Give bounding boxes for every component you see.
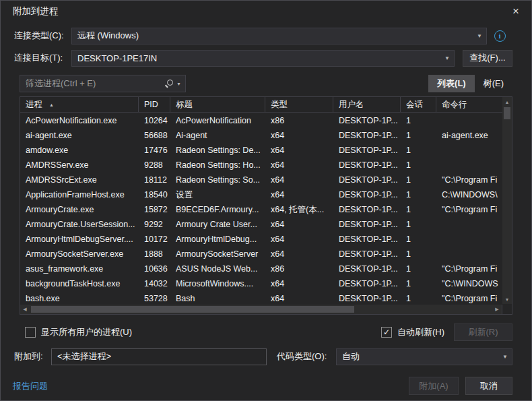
table-row[interactable]: AcPowerNotification.exe10264AcPowerNotif… <box>20 113 502 128</box>
column-header-cmdline[interactable]: 命令行 <box>436 97 502 112</box>
cell-cmd: "C:\Program Fi <box>436 175 502 185</box>
cell-user: DESKTOP-1P... <box>333 294 401 303</box>
cell-cmd: "C:\Program Fi <box>436 264 502 274</box>
cell-type: x64 <box>265 249 333 259</box>
cell-cmd: "C:\WINDOWS <box>436 279 502 288</box>
horizontal-scroll-thumb[interactable] <box>31 306 354 313</box>
cell-user: DESKTOP-1P... <box>333 146 401 155</box>
column-header-type[interactable]: 类型 <box>265 97 333 112</box>
filter-process-input[interactable]: 筛选进程(Ctrl + E) ▼ <box>20 75 186 92</box>
cell-user: DESKTOP-1P... <box>333 175 401 185</box>
table-row[interactable]: ArmouryCrate.exe15872B9ECED6F.Armoury...… <box>20 202 502 217</box>
auto-refresh-label[interactable]: 自动刷新(H) <box>397 326 444 338</box>
code-type-dropdown[interactable]: 自动 ▼ <box>336 348 512 365</box>
cell-user: DESKTOP-1P... <box>333 131 401 140</box>
auto-refresh-checkbox[interactable]: ✓ <box>381 327 392 338</box>
cell-process: ai-agent.exe <box>20 131 139 140</box>
connection-type-label: 连接类型(C): <box>14 30 71 42</box>
table-row[interactable]: amdow.exe17476Radeon Settings: De...x64D… <box>20 143 502 158</box>
attach-to-field[interactable]: <未选择进程> <box>51 348 267 365</box>
attach-to-value: <未选择进程> <box>57 350 111 363</box>
attach-to-label: 附加到: <box>14 350 51 363</box>
view-list-button[interactable]: 列表(L) <box>428 75 475 92</box>
report-problem-link[interactable]: 报告问题 <box>13 380 48 392</box>
table-row[interactable]: ArmouryCrate.UserSession...9292Armoury C… <box>20 217 502 232</box>
cell-pid: 10264 <box>139 116 170 125</box>
cell-session: 1 <box>401 190 436 199</box>
cell-process: ArmouryCrate.UserSession... <box>20 220 139 229</box>
process-table: 进程 ▲ PID 标题 类型 用户名 会话 命令行 AcPowerNotific… <box>20 96 512 315</box>
view-tree-button[interactable]: 树(E) <box>475 75 512 92</box>
cell-title: Radeon Settings: So... <box>170 175 265 185</box>
table-row[interactable]: ArmouryHtmlDebugServer....10172ArmouryHt… <box>20 232 502 247</box>
connection-type-dropdown[interactable]: 远程 (Windows) ▼ <box>71 28 487 44</box>
cell-title: MicrosoftWindows.... <box>170 279 265 288</box>
column-header-pid[interactable]: PID <box>139 97 170 112</box>
show-all-users-checkbox[interactable]: ✓ <box>25 327 36 338</box>
cell-type: x64 <box>265 131 333 140</box>
table-row[interactable]: bash.exe53728Bashx64DESKTOP-1P...1"C:\Pr… <box>20 291 502 304</box>
cell-cmd: ai-agent.exe <box>436 131 502 140</box>
cell-title: Bash <box>170 294 265 303</box>
find-button[interactable]: 查找(F)... <box>463 50 512 67</box>
cell-type: x64 <box>265 220 333 229</box>
scroll-right-icon[interactable]: ▶ <box>492 305 502 314</box>
dialog-footer: 报告问题 附加(A) 取消 <box>13 377 512 395</box>
vertical-scroll-thumb[interactable] <box>504 107 510 119</box>
cell-title: ArmouryHtmlDebug... <box>170 235 265 244</box>
cell-title: B9ECED6F.Armoury... <box>170 205 265 214</box>
scroll-down-icon[interactable]: ▼ <box>502 295 512 304</box>
cell-type: x86 <box>265 264 333 274</box>
show-all-users-label[interactable]: 显示所有用户的进程(U) <box>41 326 132 338</box>
filter-placeholder: 筛选进程(Ctrl + E) <box>26 78 164 90</box>
table-row[interactable]: AMDRSSrcExt.exe18112Radeon Settings: So.… <box>20 173 502 187</box>
column-header-session[interactable]: 会话 <box>401 97 436 112</box>
info-icon-wrap: i <box>487 30 512 42</box>
table-row[interactable]: AMDRSServ.exe9288Radeon Settings: Ho...x… <box>20 158 502 173</box>
vertical-scrollbar[interactable]: ▲ ▼ <box>502 97 512 304</box>
cell-process: AMDRSServ.exe <box>20 160 139 170</box>
table-row[interactable]: backgroundTaskHost.exe14032MicrosoftWind… <box>20 276 502 291</box>
cell-session: 1 <box>401 279 436 288</box>
cell-title: Armoury Crate User... <box>170 220 265 229</box>
table-row[interactable]: ApplicationFrameHost.exe18540设置x64DESKTO… <box>20 187 502 202</box>
code-type-label: 代码类型(O): <box>277 350 336 363</box>
scroll-up-icon[interactable]: ▲ <box>502 97 512 106</box>
scroll-left-icon[interactable]: ◀ <box>20 305 30 314</box>
table-row[interactable]: ai-agent.exe56688Ai-agentx64DESKTOP-1P..… <box>20 128 502 143</box>
cell-user: DESKTOP-1P... <box>333 220 401 229</box>
chevron-down-icon: ▼ <box>502 354 508 360</box>
cell-user: DESKTOP-1P... <box>333 249 401 259</box>
table-header: 进程 ▲ PID 标题 类型 用户名 会话 命令行 <box>20 97 512 113</box>
column-header-title[interactable]: 标题 <box>170 97 265 112</box>
cell-cmd: C:\WINDOWS\ <box>436 190 502 199</box>
cell-type: x64, 托管(本... <box>265 204 333 216</box>
cell-session: 1 <box>401 264 436 274</box>
close-icon[interactable]: × <box>507 3 525 20</box>
attach-button[interactable]: 附加(A) <box>409 377 459 395</box>
cell-pid: 53728 <box>139 294 170 303</box>
cell-type: x64 <box>265 175 333 185</box>
table-row[interactable]: ArmourySocketServer.exe1888ArmourySocket… <box>20 247 502 261</box>
cell-type: x64 <box>265 160 333 170</box>
attach-to-process-dialog: 附加到进程 × 连接类型(C): 远程 (Windows) ▼ i 连接目标(T… <box>0 0 532 401</box>
table-row[interactable]: asus_framework.exe10636ASUS NodeJS Web..… <box>20 261 502 276</box>
horizontal-scrollbar[interactable]: ◀ ▶ <box>20 305 502 314</box>
cell-type: x64 <box>265 190 333 199</box>
column-header-user[interactable]: 用户名 <box>333 97 401 112</box>
cancel-button[interactable]: 取消 <box>465 377 512 395</box>
column-header-process[interactable]: 进程 ▲ <box>20 97 139 112</box>
cell-pid: 10636 <box>139 264 170 274</box>
refresh-button[interactable]: 刷新(R) <box>454 323 512 341</box>
connection-target-dropdown[interactable]: DESKTOP-1PE17IN ▼ <box>71 50 455 67</box>
connection-target-label: 连接目标(T): <box>14 52 71 64</box>
info-icon[interactable]: i <box>494 30 506 42</box>
cell-pid: 17476 <box>139 146 170 155</box>
connection-type-value: 远程 (Windows) <box>77 30 473 42</box>
cell-process: asus_framework.exe <box>20 264 139 274</box>
cell-pid: 18540 <box>139 190 170 199</box>
scrollbar-corner <box>502 305 512 314</box>
chevron-down-icon[interactable]: ▼ <box>176 82 181 86</box>
cell-type: x64 <box>265 279 333 288</box>
cell-pid: 9292 <box>139 220 170 229</box>
